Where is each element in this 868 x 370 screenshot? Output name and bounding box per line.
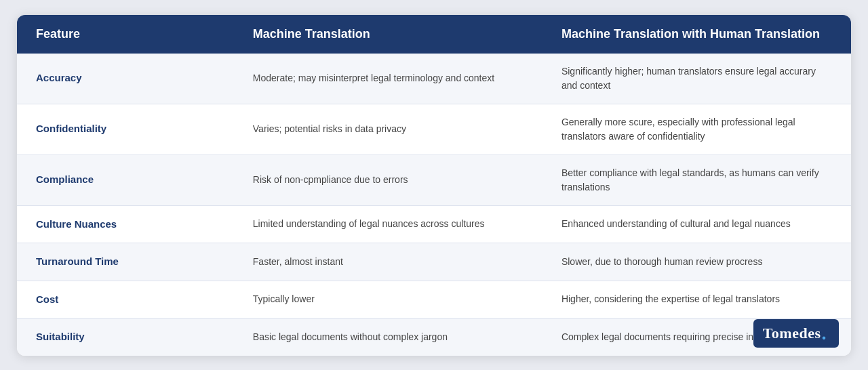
cell-feature: Turnaround Time xyxy=(17,243,234,281)
cell-mt: Limited understanding of legal nuances a… xyxy=(234,205,542,243)
comparison-table-wrapper: Feature Machine Translation Machine Tran… xyxy=(17,15,851,356)
cell-mtht: Slower, due to thorough human review pro… xyxy=(542,243,851,281)
cell-mt: Typically lower xyxy=(234,281,542,318)
tomedes-logo: Tomedes. xyxy=(753,319,839,348)
cell-feature: Culture Nuances xyxy=(17,205,234,243)
cell-mtht: Better compliance with legal standards, … xyxy=(542,155,851,205)
cell-feature: Cost xyxy=(17,281,234,318)
table-row: ConfidentialityVaries; potential risks i… xyxy=(17,104,851,155)
cell-mtht: Generally more scure, especially with pr… xyxy=(542,104,851,155)
table-row: Culture NuancesLimited understanding of … xyxy=(17,205,851,243)
cell-mtht: Higher, considering the expertise of leg… xyxy=(542,281,851,318)
table-header-row: Feature Machine Translation Machine Tran… xyxy=(17,15,851,54)
header-feature: Feature xyxy=(17,15,234,54)
header-mtht: Machine Translation with Human Translati… xyxy=(542,15,851,54)
logo-text: Tomedes xyxy=(763,325,821,342)
cell-mt: Risk of non-cpmpliance due to errors xyxy=(234,155,542,205)
logo-dot: . xyxy=(822,324,827,343)
logo-area: Tomedes. xyxy=(753,319,839,348)
comparison-table: Feature Machine Translation Machine Tran… xyxy=(17,15,851,356)
table-row: Turnaround TimeFaster, almost instantSlo… xyxy=(17,243,851,281)
cell-feature: Confidentiality xyxy=(17,104,234,155)
cell-feature: Compliance xyxy=(17,155,234,205)
cell-mtht: Enhanced understanding of cultural and l… xyxy=(542,205,851,243)
cell-mt: Moderate; may misinterpret legal termino… xyxy=(234,54,542,104)
table-row: SuitabilityBasic legal documents without… xyxy=(17,318,851,356)
table-row: ComplianceRisk of non-cpmpliance due to … xyxy=(17,155,851,205)
cell-mt: Basic legal documents without complex ja… xyxy=(234,318,542,356)
cell-mt: Varies; potential risks in data privacy xyxy=(234,104,542,155)
cell-mtht: Significantly higher; human translators … xyxy=(542,54,851,104)
table-row: AccuracyModerate; may misinterpret legal… xyxy=(17,54,851,104)
cell-feature: Suitability xyxy=(17,318,234,356)
header-mt: Machine Translation xyxy=(234,15,542,54)
cell-feature: Accuracy xyxy=(17,54,234,104)
table-row: CostTypically lowerHigher, considering t… xyxy=(17,281,851,318)
cell-mt: Faster, almost instant xyxy=(234,243,542,281)
